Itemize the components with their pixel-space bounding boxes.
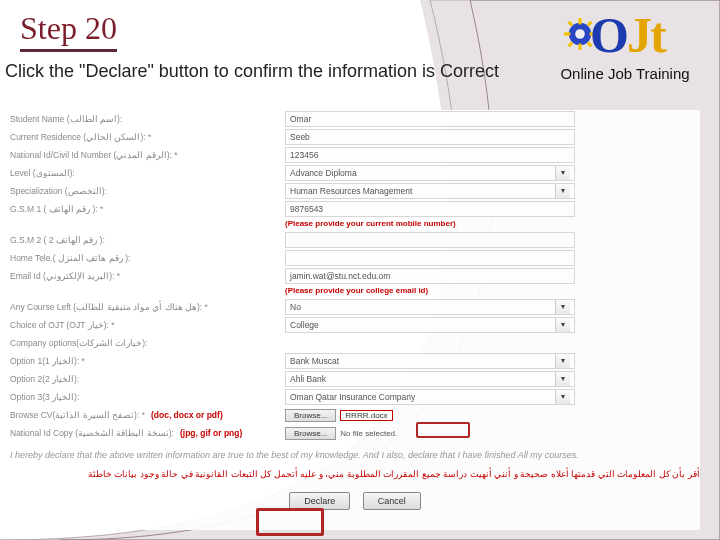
label-gsm1: G.S.M 1 ( رقم الهاتف ): *	[10, 204, 285, 214]
label-company-header: Company options(خيارات الشركات):	[10, 338, 285, 348]
row-opt1: Option 1(1 الخيار): *Bank Muscat▼	[10, 352, 700, 370]
value-residence[interactable]: Seeb	[285, 129, 575, 145]
row-student-name: Student Name (اسم الطالب):Omar	[10, 110, 700, 128]
select-spec[interactable]: Human Resources Management▼	[285, 183, 575, 199]
label-anyleft: Any Course Left (هل هناك أي مواد متبقية …	[10, 302, 285, 312]
row-choice: Choice of OJT (OJT خيار): *College▼	[10, 316, 700, 334]
logo-text: Online Job Training	[560, 65, 690, 82]
row-opt3: Option 3(3 الخيار):Oman Qatar Insurance …	[10, 388, 700, 406]
value-national-id[interactable]: 123456	[285, 147, 575, 163]
row-national-id: National Id/Civil Id Number (الرقم المدن…	[10, 146, 700, 164]
row-opt2: Option 2(2 الخيار):Ahli Bank▼	[10, 370, 700, 388]
label-cv: Browse CV(تصفح السيرة الذاتية): *(doc, d…	[10, 410, 285, 420]
row-company-header: Company options(خيارات الشركات):	[10, 334, 700, 352]
logo-letters: OJt	[590, 6, 665, 64]
label-home: Home Tele.( رقم هاتف المنزل ):	[10, 253, 285, 263]
select-level[interactable]: Advance Diploma▼	[285, 165, 575, 181]
select-opt2[interactable]: Ahli Bank▼	[285, 371, 575, 387]
logo-mark: OJt	[560, 8, 690, 63]
chevron-down-icon: ▼	[555, 390, 570, 404]
value-gsm2[interactable]	[285, 232, 575, 248]
row-cv: Browse CV(تصفح السيرة الذاتية): *(doc, d…	[10, 406, 700, 424]
browse-cv-button[interactable]: Browse...	[285, 409, 336, 422]
step-subtitle: Click the "Declare" button to confirm th…	[5, 60, 515, 83]
label-residence: Current Residence (السكن الحالي): *	[10, 132, 285, 142]
label-student-name: Student Name (اسم الطالب):	[10, 114, 285, 124]
select-opt1[interactable]: Bank Muscat▼	[285, 353, 575, 369]
chevron-down-icon: ▼	[555, 166, 570, 180]
step-title: Step 20	[20, 10, 117, 52]
value-email[interactable]: jamin.wat@stu.nct.edu.om	[285, 268, 575, 284]
select-anyleft[interactable]: No▼	[285, 299, 575, 315]
svg-rect-2	[578, 44, 581, 50]
form: Student Name (اسم الطالب):Omar Current R…	[10, 110, 700, 530]
svg-point-9	[575, 29, 585, 39]
id-file-name: No file selected.	[340, 429, 397, 438]
row-specialization: Specialization (التخصص):Human Resources …	[10, 182, 700, 200]
declaration-en: I hereby declare that the above written …	[10, 450, 700, 462]
chevron-down-icon: ▼	[555, 184, 570, 198]
label-idcopy: National Id Copy (نسخة البطاقة الشخصية):…	[10, 428, 285, 438]
chevron-down-icon: ▼	[555, 300, 570, 314]
row-gsm1: G.S.M 1 ( رقم الهاتف ): *9876543	[10, 200, 700, 218]
label-opt2: Option 2(2 الخيار):	[10, 374, 285, 384]
value-home[interactable]	[285, 250, 575, 266]
label-opt3: Option 3(3 الخيار):	[10, 392, 285, 402]
row-gsm2: G.S.M 2 ( 2 رقم الهاتف ):	[10, 231, 700, 249]
row-anyleft: Any Course Left (هل هناك أي مواد متبقية …	[10, 298, 700, 316]
row-residence: Current Residence (السكن الحالي): *Seeb	[10, 128, 700, 146]
hint-gsm1: (Please provide your current mobile numb…	[285, 219, 700, 228]
label-spec: Specialization (التخصص):	[10, 186, 285, 196]
cancel-button[interactable]: Cancel	[363, 492, 421, 510]
row-email: Email Id (البريد الإلكتروني): *jamin.wat…	[10, 267, 700, 285]
chevron-down-icon: ▼	[555, 354, 570, 368]
row-idcopy: National Id Copy (نسخة البطاقة الشخصية):…	[10, 424, 700, 442]
action-bar: Declare Cancel	[10, 490, 700, 510]
svg-rect-7	[568, 42, 574, 48]
declare-button[interactable]: Declare	[289, 492, 350, 510]
label-gsm2: G.S.M 2 ( 2 رقم الهاتف ):	[10, 235, 285, 245]
label-level: Level (المستوى):	[10, 168, 285, 178]
value-gsm1[interactable]: 9876543	[285, 201, 575, 217]
value-student-name[interactable]: Omar	[285, 111, 575, 127]
logo: OJt Online Job Training	[560, 8, 690, 82]
label-opt1: Option 1(1 الخيار): *	[10, 356, 285, 366]
svg-rect-3	[564, 32, 570, 35]
browse-id-button[interactable]: Browse...	[285, 427, 336, 440]
chevron-down-icon: ▼	[555, 318, 570, 332]
declaration-ar: أقر بأن كل المعلومات التي قدمتها أعلاه ص…	[10, 468, 700, 481]
select-opt3[interactable]: Oman Qatar Insurance Company▼	[285, 389, 575, 405]
row-level: Level (المستوى):Advance Diploma▼	[10, 164, 700, 182]
cv-file-name: RRRR.docx	[340, 410, 392, 421]
label-national-id: National Id/Civil Id Number (الرقم المدن…	[10, 150, 285, 160]
svg-rect-5	[568, 21, 574, 27]
chevron-down-icon: ▼	[555, 372, 570, 386]
svg-rect-1	[578, 18, 581, 24]
slide: Step 20 Click the "Declare" button to co…	[0, 0, 720, 540]
select-choice[interactable]: College▼	[285, 317, 575, 333]
label-choice: Choice of OJT (OJT خيار): *	[10, 320, 285, 330]
hint-email: (Please provide your college email id)	[285, 286, 700, 295]
label-email: Email Id (البريد الإلكتروني): *	[10, 271, 285, 281]
row-home: Home Tele.( رقم هاتف المنزل ):	[10, 249, 700, 267]
